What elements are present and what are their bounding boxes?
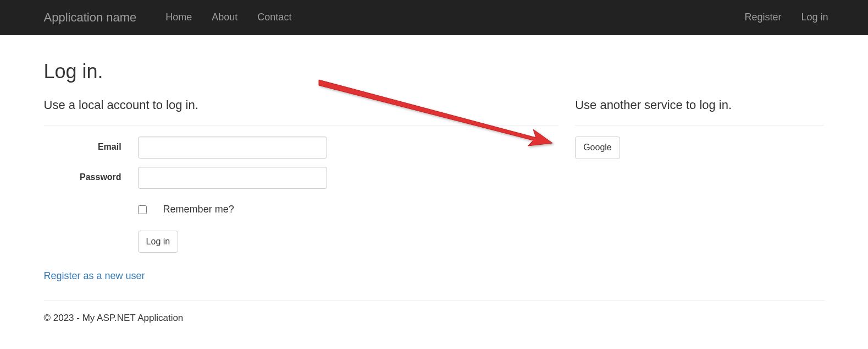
email-label: Email xyxy=(44,141,130,154)
divider xyxy=(44,300,825,301)
register-new-user-link[interactable]: Register as a new user xyxy=(44,269,145,283)
login-button[interactable]: Log in xyxy=(138,231,179,253)
page-title: Log in. xyxy=(44,57,825,85)
footer-text: © 2023 - My ASP.NET Application xyxy=(44,312,825,325)
external-login-heading: Use another service to log in. xyxy=(575,96,824,113)
watermark: hoc3giay.com xyxy=(44,347,825,349)
local-login-heading: Use a local account to log in. xyxy=(44,96,559,113)
navbar: Application name Home About Contact Regi… xyxy=(0,0,868,35)
remember-label: Remember me? xyxy=(163,203,234,217)
nav-login[interactable]: Log in xyxy=(791,2,838,33)
remember-checkbox[interactable] xyxy=(138,205,147,214)
password-label: Password xyxy=(44,171,130,184)
divider xyxy=(575,125,824,126)
password-input[interactable] xyxy=(138,167,328,189)
email-input[interactable] xyxy=(138,137,328,159)
nav-about[interactable]: About xyxy=(202,2,247,33)
nav-home[interactable]: Home xyxy=(156,2,202,33)
local-login-section: Use a local account to log in. Email Pas… xyxy=(36,91,567,283)
footer: © 2023 - My ASP.NET Application xyxy=(44,300,825,341)
divider xyxy=(44,125,559,126)
nav-contact[interactable]: Contact xyxy=(247,2,301,33)
external-login-section: Use another service to log in. Google xyxy=(567,91,832,283)
nav-register[interactable]: Register xyxy=(734,2,791,33)
google-login-button[interactable]: Google xyxy=(575,137,620,159)
brand-link[interactable]: Application name xyxy=(30,1,145,34)
